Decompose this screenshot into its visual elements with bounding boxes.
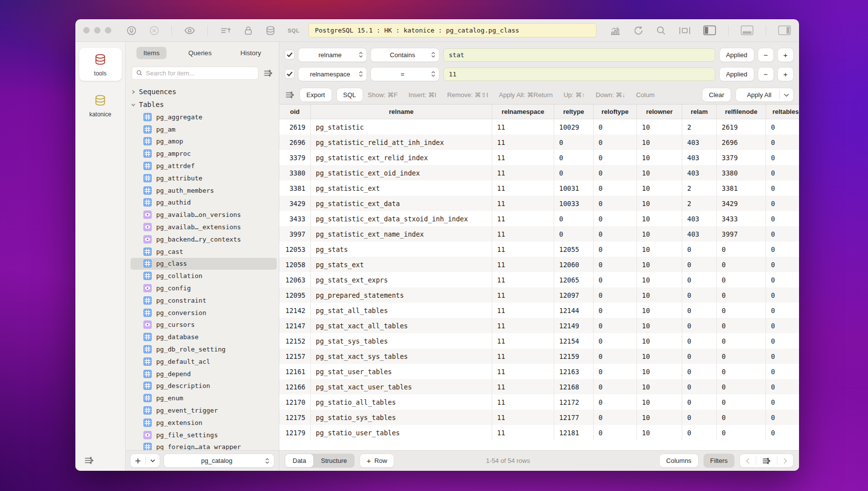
- filter-column-select[interactable]: relname: [299, 48, 367, 62]
- table-row[interactable]: 12166pg_stat_xact_user_tables11121680100…: [279, 379, 799, 394]
- table-item[interactable]: pg_depend: [131, 368, 277, 380]
- cell[interactable]: 403: [682, 150, 717, 165]
- filter-value-input[interactable]: [443, 68, 715, 81]
- cell[interactable]: 0: [766, 196, 799, 211]
- clear-button[interactable]: Clear: [702, 88, 731, 102]
- cell[interactable]: 11: [492, 394, 554, 410]
- cell[interactable]: 12065: [554, 272, 594, 287]
- cell[interactable]: 12170: [279, 394, 311, 410]
- cell[interactable]: 0: [717, 272, 766, 287]
- cell[interactable]: 0: [682, 333, 717, 349]
- cell[interactable]: 0: [766, 272, 799, 287]
- column-header-relowner[interactable]: relowner: [637, 105, 682, 119]
- cell[interactable]: 0: [766, 364, 799, 379]
- tab-data[interactable]: Data: [285, 454, 313, 467]
- cell[interactable]: 10: [637, 119, 682, 135]
- cell[interactable]: 0: [766, 303, 799, 318]
- chevron-down-icon[interactable]: [780, 93, 793, 97]
- add-filter-button[interactable]: +: [778, 68, 793, 81]
- cell[interactable]: pg_stats_ext: [311, 257, 492, 272]
- connection-item[interactable]: tools: [79, 48, 122, 81]
- cell[interactable]: 0: [682, 242, 717, 257]
- column-header-oid[interactable]: oid: [279, 105, 311, 119]
- cell[interactable]: 2696: [717, 135, 766, 150]
- cell[interactable]: 0: [594, 379, 637, 394]
- cell[interactable]: 0: [682, 272, 717, 287]
- cell[interactable]: 0: [766, 180, 799, 196]
- close-window-button[interactable]: [83, 27, 90, 34]
- cell[interactable]: 0: [717, 425, 766, 440]
- cell[interactable]: pg_statistic_ext_name_index: [311, 226, 492, 242]
- sidebar-filter-icon[interactable]: [264, 69, 273, 77]
- cell[interactable]: 0: [766, 333, 799, 349]
- next-page-icon[interactable]: [777, 458, 793, 464]
- table-item[interactable]: pg_cast: [131, 246, 277, 258]
- table-item[interactable]: pg_amop: [131, 136, 277, 148]
- cell[interactable]: 11: [492, 119, 554, 135]
- cell[interactable]: 0: [594, 165, 637, 180]
- sidebar-tab[interactable]: Queries: [181, 47, 218, 59]
- cell[interactable]: 3381: [717, 180, 766, 196]
- table-row[interactable]: 12161pg_stat_user_tables1112163010000: [279, 364, 799, 379]
- cell[interactable]: 12166: [279, 379, 311, 394]
- cell[interactable]: 12152: [279, 333, 311, 349]
- cell[interactable]: 10031: [554, 180, 594, 196]
- cell[interactable]: pg_stat_xact_user_tables: [311, 379, 492, 394]
- filters-button[interactable]: Filters: [704, 454, 734, 467]
- cell[interactable]: 0: [717, 303, 766, 318]
- cell[interactable]: 10033: [554, 196, 594, 211]
- cell[interactable]: pg_stat_user_tables: [311, 364, 492, 379]
- cell[interactable]: 10: [637, 333, 682, 349]
- apply-all-button[interactable]: Apply All: [736, 88, 793, 102]
- cell[interactable]: pg_statistic_ext_data_stxoid_inh_index: [311, 211, 492, 226]
- cell[interactable]: 0: [766, 379, 799, 394]
- column-header-relfilenode[interactable]: relfilenode: [717, 105, 766, 119]
- cell[interactable]: 0: [717, 364, 766, 379]
- cell[interactable]: 0: [682, 410, 717, 425]
- table-item[interactable]: pg_enum: [131, 392, 277, 404]
- cell[interactable]: 11: [492, 287, 554, 303]
- cell[interactable]: 11: [492, 272, 554, 287]
- cell[interactable]: 10: [637, 394, 682, 410]
- cell[interactable]: 0: [554, 211, 594, 226]
- toggle-right-panel-icon[interactable]: [778, 25, 791, 35]
- cell[interactable]: 12159: [554, 349, 594, 364]
- table-row[interactable]: 12142pg_stat_all_tables1112144010000: [279, 303, 799, 318]
- connection-item[interactable]: katonice: [79, 89, 122, 122]
- cell[interactable]: 10: [637, 287, 682, 303]
- table-item[interactable]: pg_class: [131, 258, 277, 270]
- cell[interactable]: 11: [492, 318, 554, 333]
- add-item-button[interactable]: [131, 458, 145, 464]
- cell[interactable]: 3381: [279, 180, 311, 196]
- cell[interactable]: 3997: [717, 226, 766, 242]
- column-header-reltype[interactable]: reltype: [554, 105, 594, 119]
- table-item[interactable]: pg_authid: [131, 197, 277, 209]
- cell[interactable]: pg_statistic_relid_att_inh_index: [311, 135, 492, 150]
- cell[interactable]: 12163: [554, 364, 594, 379]
- cell[interactable]: 12161: [279, 364, 311, 379]
- lock-icon[interactable]: [243, 25, 253, 36]
- connect-plug-icon[interactable]: [126, 25, 137, 36]
- cell[interactable]: 0: [682, 287, 717, 303]
- cell[interactable]: pg_prepared_statements: [311, 287, 492, 303]
- cell[interactable]: 11: [492, 333, 554, 349]
- cell[interactable]: 0: [594, 364, 637, 379]
- column-header-reloftype[interactable]: reloftype: [594, 105, 637, 119]
- cell[interactable]: 0: [766, 257, 799, 272]
- cell[interactable]: 12144: [554, 303, 594, 318]
- cell[interactable]: 0: [594, 394, 637, 410]
- cell[interactable]: 12168: [554, 379, 594, 394]
- cell[interactable]: pg_statio_all_tables: [311, 394, 492, 410]
- cell[interactable]: 12157: [279, 349, 311, 364]
- cell[interactable]: 0: [594, 226, 637, 242]
- cell[interactable]: 0: [594, 257, 637, 272]
- toggle-left-panel-icon[interactable]: [703, 25, 716, 35]
- cell[interactable]: 0: [717, 333, 766, 349]
- cell[interactable]: 10029: [554, 119, 594, 135]
- minimize-window-button[interactable]: [94, 27, 100, 34]
- cell[interactable]: 11: [492, 349, 554, 364]
- table-row[interactable]: 12053pg_stats1112055010000: [279, 242, 799, 257]
- table-item[interactable]: pg_availab…_extensions: [131, 221, 277, 233]
- cell[interactable]: 3433: [279, 211, 311, 226]
- add-item-menu-button[interactable]: [146, 459, 160, 462]
